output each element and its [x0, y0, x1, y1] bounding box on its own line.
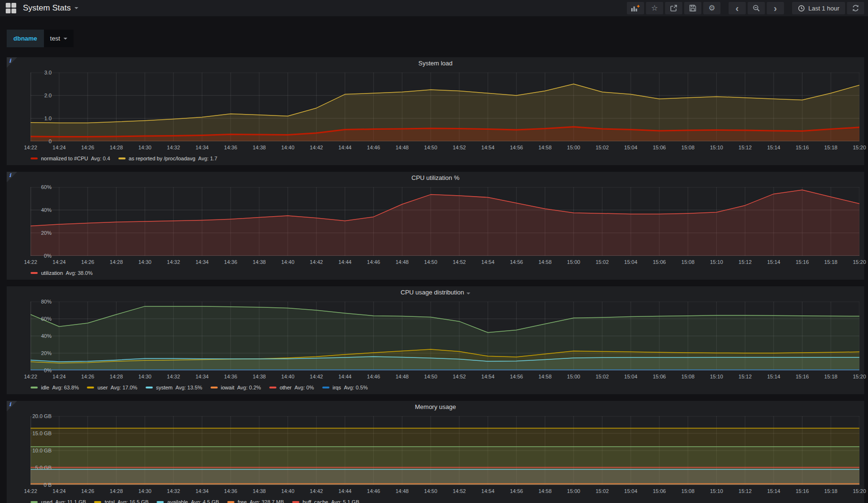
legend-item-user[interactable]: userAvg: 17.0%	[87, 385, 137, 390]
chevron-left-icon: ‹	[736, 3, 739, 13]
x-tick-label: 14:50	[424, 488, 437, 494]
legend-item-total[interactable]: totalAvg: 16.5 GB	[94, 499, 148, 503]
x-tick-label: 14:22	[24, 259, 37, 265]
x-tick-label: 14:32	[167, 145, 180, 150]
x-tick-label: 14:44	[339, 145, 352, 150]
x-tick-label: 15:10	[710, 145, 723, 150]
panel-title-text: Memory usage	[415, 403, 456, 410]
chart[interactable]	[31, 302, 859, 370]
x-tick-label: 15:00	[567, 259, 581, 265]
chart[interactable]	[31, 187, 859, 256]
info-corner-icon[interactable]: i	[7, 172, 17, 182]
x-tick-label: 14:54	[481, 145, 495, 150]
legend-item-used[interactable]: usedAvg: 11.1 GB	[31, 499, 86, 503]
y-tick-label: 20%	[41, 230, 52, 236]
var-value-dropdown[interactable]: test	[44, 30, 74, 47]
legend-series-name: free	[238, 499, 247, 503]
legend-series-name: system	[156, 385, 173, 390]
legend-item-as-reported-by-proc-loadavg[interactable]: as reported by /proc/loadavgAvg: 1.7	[118, 156, 218, 161]
panel-title[interactable]: System load	[7, 57, 864, 70]
legend-item-system[interactable]: systemAvg: 13.5%	[146, 385, 202, 390]
legend-item-normalized-to-cpu[interactable]: normalized to #CPUAvg: 0.4	[31, 156, 110, 161]
legend: utilizationAvg: 38.0%	[31, 268, 859, 278]
chart-area[interactable]: 0%20%40%60%80%	[31, 302, 859, 370]
plot-region: 0%20%40%60%	[7, 184, 859, 256]
legend-item-iowait[interactable]: iowaitAvg: 0.2%	[211, 385, 261, 390]
legend-item-utilization[interactable]: utilizationAvg: 38.0%	[31, 270, 93, 276]
legend-color-icon	[118, 157, 126, 159]
panel-title[interactable]: CPU utilization %	[7, 172, 864, 184]
legend-color-icon	[292, 501, 299, 503]
chevron-down-icon	[64, 38, 67, 40]
chart[interactable]	[31, 73, 859, 141]
x-tick-label: 14:22	[24, 145, 37, 150]
y-tick-label: 60%	[41, 316, 52, 322]
legend-series-name: idle	[41, 385, 49, 390]
legend-item-available[interactable]: availableAvg: 4.5 GB	[157, 499, 219, 503]
x-tick-label: 14:58	[539, 374, 552, 379]
add-panel-button[interactable]	[627, 2, 644, 14]
x-tick-label: 15:00	[567, 145, 581, 150]
legend-item-other[interactable]: otherAvg: 0%	[269, 385, 314, 390]
x-tick-label: 15:10	[710, 488, 723, 494]
panel-title[interactable]: Memory usage	[7, 401, 864, 413]
legend-series-name: available	[167, 499, 188, 503]
legend-series-avg: Avg: 5.1 GB	[331, 499, 359, 503]
zoom-out-button[interactable]	[748, 2, 765, 14]
dashboard-title-dropdown[interactable]: System Stats	[23, 3, 78, 13]
legend-item-free[interactable]: freeAvg: 328.7 MB	[227, 499, 284, 503]
x-tick-label: 14:54	[481, 374, 495, 379]
info-corner-icon[interactable]: i	[7, 401, 17, 411]
legend-series-name: iowait	[221, 385, 234, 390]
legend-series-name: buff_cache	[303, 499, 328, 503]
legend-series-name: used	[41, 499, 53, 503]
legend-series-avg: Avg: 17.0%	[111, 385, 138, 390]
y-tick-label: 40%	[41, 333, 52, 339]
time-forward-button[interactable]: ›	[767, 2, 784, 14]
chart[interactable]	[31, 416, 859, 485]
x-tick-label: 14:28	[110, 374, 123, 379]
x-tick-label: 15:12	[739, 145, 752, 150]
x-tick-label: 15:06	[653, 488, 666, 494]
legend-series-avg: Avg: 16.5 GB	[117, 499, 148, 503]
save-button[interactable]	[684, 2, 701, 14]
grafana-logo-icon[interactable]	[6, 3, 16, 13]
time-back-button[interactable]: ‹	[729, 2, 746, 14]
share-button[interactable]	[665, 2, 682, 14]
legend-series-name: as reported by /proc/loadavg	[129, 156, 195, 161]
star-button[interactable]: ☆	[646, 2, 663, 14]
x-tick-label: 15:02	[595, 374, 609, 379]
plot-region: 01.02.03.0	[7, 70, 859, 141]
x-tick-label: 14:48	[395, 145, 409, 150]
x-tick-label: 14:44	[339, 374, 352, 379]
legend-color-icon	[322, 387, 329, 388]
y-tick-label: 60%	[41, 184, 52, 190]
legend-item-irqs[interactable]: irqsAvg: 0.5%	[322, 385, 368, 390]
time-range-picker[interactable]: Last 1 hour	[792, 2, 845, 14]
legend-series-name: other	[280, 385, 292, 390]
info-corner-icon[interactable]: i	[7, 57, 17, 68]
x-tick-label: 14:34	[195, 145, 209, 150]
x-tick-label: 15:02	[595, 488, 609, 494]
chart-area[interactable]: 0 B5.0 GB10.0 GB15.0 GB20.0 GB	[31, 416, 859, 485]
settings-button[interactable]: ⚙	[703, 2, 720, 14]
x-tick-label: 15:06	[653, 259, 666, 265]
legend-item-idle[interactable]: idleAvg: 63.8%	[31, 385, 79, 390]
panel-title-text: CPU usage distribution	[401, 289, 464, 296]
panel-cpu-utilization: iCPU utilization %0%20%40%60%14:2214:241…	[7, 172, 864, 280]
chart-area[interactable]: 01.02.03.0	[31, 73, 859, 141]
chart-area[interactable]: 0%20%40%60%	[31, 187, 859, 256]
y-tick-label: 5.0 GB	[35, 465, 52, 471]
legend-series-avg: Avg: 0.5%	[344, 385, 368, 390]
legend-color-icon	[94, 501, 101, 503]
y-tick-label: 3.0	[44, 70, 52, 75]
chevron-down-icon	[74, 7, 78, 9]
legend-series-avg: Avg: 13.5%	[176, 385, 202, 390]
refresh-button[interactable]	[847, 2, 864, 14]
x-tick-label: 14:36	[224, 259, 237, 265]
legend-item-buff-cache[interactable]: buff_cacheAvg: 5.1 GB	[292, 499, 360, 503]
panel-memory-usage: iMemory usage0 B5.0 GB10.0 GB15.0 GB20.0…	[7, 401, 864, 503]
x-tick-label: 15:00	[567, 488, 581, 494]
legend-series-avg: Avg: 38.0%	[66, 270, 93, 276]
panel-title[interactable]: CPU usage distribution	[7, 286, 864, 299]
